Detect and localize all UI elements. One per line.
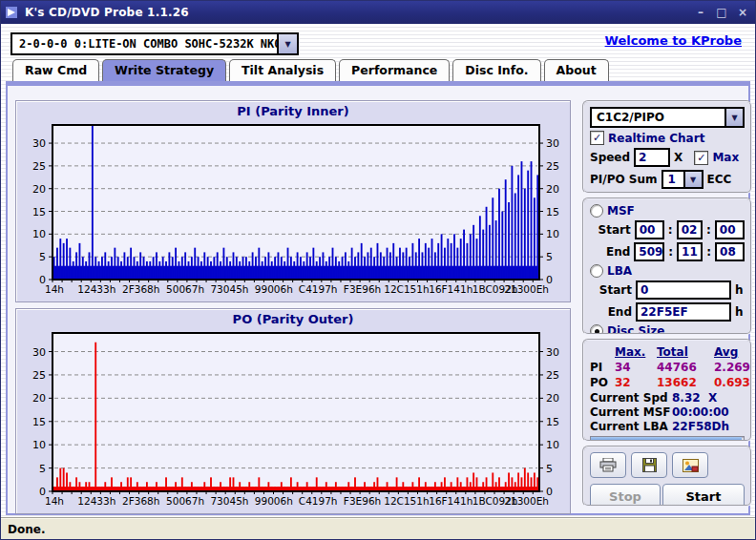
- tab-about[interactable]: About: [544, 59, 609, 81]
- actions-group: Stop Start: [582, 446, 752, 507]
- range-group: MSF Start 00: 02: 00 End 509: 11: 08 LBA…: [582, 197, 752, 335]
- mode-group: C1C2/PIPO ▼ ✓ Realtime Chart Speed 2 X ✓…: [582, 100, 752, 194]
- po-chart-panel: PO (Parity Outer) 0055101015152020252530…: [15, 308, 571, 514]
- printer-icon: [599, 458, 617, 472]
- lba-end-input[interactable]: 22F5EF: [636, 302, 731, 322]
- lba-radio[interactable]: [590, 264, 603, 278]
- svg-text:12433h: 12433h: [77, 283, 116, 295]
- tab-raw-cmd[interactable]: Raw Cmd: [12, 59, 99, 81]
- svg-text:25: 25: [546, 160, 559, 173]
- pi-chart-panel: PI (Parity Inner) 0055101015152020252530…: [15, 100, 571, 302]
- save-image-button[interactable]: [672, 452, 708, 478]
- po-avg-value: 0.693: [714, 376, 752, 389]
- msf-start-sec-input[interactable]: 02: [677, 220, 703, 239]
- svg-text:15: 15: [546, 206, 559, 218]
- svg-text:20: 20: [32, 392, 46, 405]
- svg-text:10: 10: [546, 228, 559, 240]
- realtime-chart-checkbox[interactable]: ✓: [590, 131, 604, 145]
- pipo-sum-select[interactable]: 1 ▼: [662, 170, 704, 189]
- svg-text:15: 15: [32, 416, 46, 428]
- po-chart: 00551010151520202525303014h12433h2F368h5…: [18, 328, 568, 509]
- po-max-value: 32: [615, 376, 655, 389]
- window-title: K's CD/DVD Probe 1.1.26: [25, 6, 189, 19]
- tab-performance[interactable]: Performance: [339, 59, 450, 81]
- svg-text:25: 25: [32, 160, 46, 173]
- stats-header-avg: Avg: [714, 345, 752, 359]
- pi-chart: 00551010151520202525303014h12433h2F368h5…: [18, 120, 568, 298]
- minimize-button[interactable]: –: [692, 6, 709, 19]
- speed-max-checkbox[interactable]: ✓: [694, 151, 708, 165]
- current-msf-value: 00:00:00: [672, 405, 745, 419]
- current-lba-value: 22F58Dh: [672, 420, 745, 433]
- start-button[interactable]: Start: [662, 484, 745, 507]
- chevron-down-icon[interactable]: ▼: [724, 109, 743, 126]
- svg-text:20: 20: [32, 183, 46, 196]
- current-speed-value: 8.32 X: [672, 391, 745, 405]
- save-button[interactable]: [631, 452, 667, 478]
- svg-text:5: 5: [546, 251, 553, 263]
- progress-bar: 99%: [590, 436, 745, 442]
- svg-text:12433h: 12433h: [77, 495, 116, 507]
- svg-text:20: 20: [546, 392, 559, 405]
- app-icon: [6, 6, 19, 19]
- mode-select-value: C1C2/PIPO: [592, 111, 724, 124]
- title-bar: K's CD/DVD Probe 1.1.26 – □ ×: [1, 1, 755, 24]
- current-msf-label: Current MSF: [590, 405, 672, 419]
- stats-header-max: Max.: [615, 345, 655, 359]
- stats-table: Max. Total Avg PI 34 44766 2.269 PO 32 1…: [590, 345, 745, 389]
- svg-text:30: 30: [546, 346, 559, 359]
- speed-input[interactable]: 2: [634, 148, 670, 167]
- svg-text:30: 30: [32, 137, 46, 150]
- welcome-link[interactable]: Welcome to KProbe: [605, 33, 742, 48]
- speed-label: Speed: [590, 151, 630, 164]
- msf-end-frame-input[interactable]: 08: [715, 242, 745, 261]
- pi-avg-value: 2.269: [714, 361, 752, 374]
- pipo-sum-unit-label: ECC: [707, 173, 732, 186]
- msf-radio[interactable]: [590, 204, 603, 218]
- svg-text:16F141h: 16F141h: [429, 495, 472, 507]
- chevron-down-icon[interactable]: ▼: [683, 172, 702, 187]
- msf-end-min-input[interactable]: 509: [634, 242, 664, 261]
- image-icon: [682, 459, 699, 472]
- po-total-value: 13662: [657, 376, 712, 389]
- lba-label: LBA: [607, 264, 632, 278]
- disc-size-label: Disc Size: [607, 324, 664, 335]
- drive-select[interactable]: 2-0-0-0 0:LITE-ON COMBO SOHC-5232K NK07 …: [10, 32, 299, 55]
- tab-tilt-analysis[interactable]: Tilt Analysis: [229, 59, 336, 81]
- msf-end-sec-input[interactable]: 11: [677, 242, 703, 261]
- tab-bar: Raw Cmd Write Strategy Tilt Analysis Per…: [12, 59, 609, 81]
- tab-write-strategy[interactable]: Write Strategy: [102, 59, 226, 81]
- svg-text:F3E96h: F3E96h: [344, 495, 381, 507]
- svg-text:14h: 14h: [45, 495, 64, 507]
- po-chart-title: PO (Parity Outer): [16, 309, 570, 328]
- mode-select[interactable]: C1C2/PIPO ▼: [590, 107, 745, 128]
- svg-text:2F368h: 2F368h: [122, 283, 159, 295]
- print-button[interactable]: [590, 452, 626, 478]
- svg-text:50067h: 50067h: [166, 283, 204, 295]
- tab-disc-info[interactable]: Disc Info.: [452, 59, 540, 81]
- pi-max-value: 34: [615, 361, 655, 374]
- chevron-down-icon[interactable]: ▼: [277, 34, 297, 53]
- disc-size-radio[interactable]: [590, 324, 603, 335]
- lba-start-input[interactable]: 0: [636, 280, 731, 300]
- svg-text:99006h: 99006h: [255, 283, 293, 295]
- stop-button[interactable]: Stop: [590, 484, 661, 507]
- svg-text:16F141h: 16F141h: [429, 283, 472, 295]
- svg-text:25: 25: [32, 369, 46, 382]
- maximize-button[interactable]: □: [713, 6, 730, 19]
- lba-start-label: Start: [598, 283, 632, 297]
- msf-start-frame-input[interactable]: 00: [715, 220, 745, 239]
- svg-text:73045h: 73045h: [210, 495, 248, 507]
- msf-start-label: Start: [598, 223, 631, 237]
- msf-start-min-input[interactable]: 00: [635, 220, 664, 239]
- stats-row-pi-label: PI: [590, 361, 613, 374]
- svg-text:C4197h: C4197h: [299, 283, 338, 295]
- msf-label: MSF: [607, 204, 635, 218]
- lba-end-label: End: [598, 305, 632, 319]
- app-window: K's CD/DVD Probe 1.1.26 – □ × 2-0-0-0 0:…: [0, 0, 756, 540]
- status-text: Done.: [8, 523, 45, 536]
- svg-text:5: 5: [39, 251, 46, 263]
- svg-text:C4197h: C4197h: [299, 495, 338, 507]
- svg-text:10: 10: [32, 439, 46, 451]
- close-button[interactable]: ×: [734, 6, 751, 19]
